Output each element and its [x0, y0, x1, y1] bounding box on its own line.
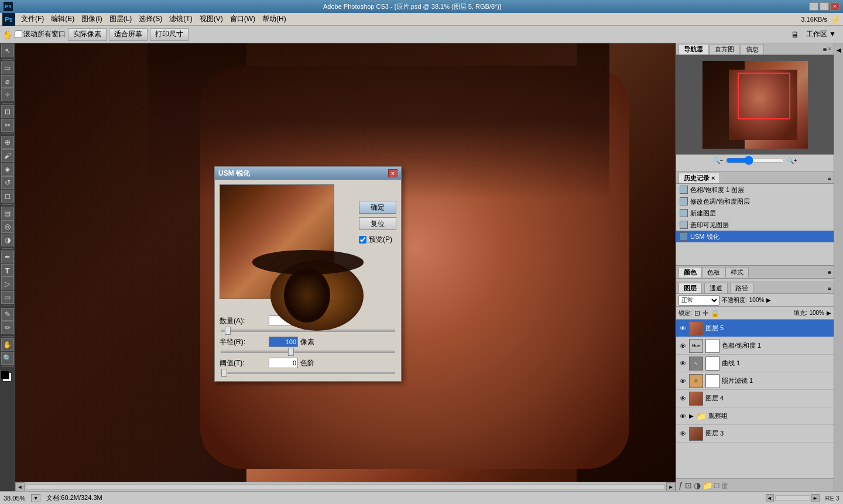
eyedropper-tool[interactable]: ✏: [1, 321, 14, 334]
color-options-button[interactable]: ≡: [828, 269, 831, 276]
clone-tool[interactable]: ◈: [1, 163, 14, 176]
slice-tool[interactable]: ✂: [1, 119, 14, 132]
usm-preview-checkbox[interactable]: [359, 236, 366, 244]
usm-confirm-button[interactable]: 确定: [359, 201, 396, 214]
layer-eye-0[interactable]: 👁: [678, 324, 687, 332]
collapse-button[interactable]: ◀: [835, 46, 842, 54]
canvas-prev-button[interactable]: ◄: [766, 494, 774, 502]
menu-image[interactable]: 图像(I): [78, 13, 105, 25]
layer-item-6[interactable]: 👁 图层 3: [676, 425, 834, 443]
new-adjustment-icon[interactable]: ◑: [694, 481, 701, 490]
usm-close-button[interactable]: ×: [388, 169, 397, 177]
usm-title-bar[interactable]: USM 锐化 ×: [215, 167, 401, 180]
swatches-tab[interactable]: 色板: [702, 267, 725, 277]
scroll-all-checkbox[interactable]: 滚动所有窗口: [15, 29, 66, 39]
scroll-left-button[interactable]: ◄: [15, 482, 25, 492]
layers-options-button[interactable]: ≡: [828, 284, 831, 292]
eraser-tool[interactable]: ◻: [1, 190, 14, 203]
lock-all-icon[interactable]: 🔒: [711, 309, 719, 317]
layer-item-3[interactable]: 👁 ⊙ 照片滤镜 1: [676, 372, 834, 390]
dodge-tool[interactable]: ◑: [1, 234, 14, 246]
navigator-close-button[interactable]: ×: [828, 46, 831, 52]
history-item-3[interactable]: 盖印可见图层: [676, 219, 834, 231]
type-tool[interactable]: T: [1, 264, 14, 277]
layer-eye-3[interactable]: 👁: [678, 377, 687, 385]
hand-tool[interactable]: ✋: [1, 338, 14, 351]
channels-tab[interactable]: 通道: [704, 283, 728, 293]
close-button[interactable]: ×: [830, 2, 839, 11]
canvas-hscroll-thumb-bottom[interactable]: [775, 495, 810, 501]
usm-threshold-slider[interactable]: [221, 372, 395, 374]
fit-screen-button[interactable]: 适合屏幕: [109, 28, 148, 41]
layer-item-0[interactable]: 👁 图层 5: [676, 320, 834, 337]
pen-tool[interactable]: ✒: [1, 251, 14, 263]
canvas-next-button[interactable]: ►: [811, 494, 820, 502]
workspace-button[interactable]: 工作区 ▼: [801, 28, 841, 41]
menu-layer[interactable]: 图层(L): [106, 13, 136, 25]
history-item-1[interactable]: 修改色调/饱和度图层: [676, 196, 834, 207]
healing-tool[interactable]: ⊕: [1, 136, 14, 149]
zoom-in-icon[interactable]: 🔍+: [787, 157, 797, 164]
color-tab[interactable]: 颜色: [678, 267, 702, 277]
usm-radius-slider[interactable]: [221, 351, 395, 353]
fg-color-swatch[interactable]: [0, 370, 9, 379]
delete-layer-icon[interactable]: 🗑: [721, 481, 729, 490]
new-layer-icon[interactable]: □: [714, 481, 719, 490]
crop-tool[interactable]: ⊡: [1, 105, 14, 118]
hscroll-thumb[interactable]: [26, 484, 665, 490]
brush-tool[interactable]: 🖌: [1, 149, 14, 162]
color-swatches[interactable]: [0, 370, 15, 385]
layers-tab[interactable]: 图层: [678, 283, 702, 293]
canvas-hscrollbar[interactable]: ◄ ►: [15, 482, 676, 491]
layer-eye-2[interactable]: 👁: [678, 359, 687, 368]
actual-pixels-button[interactable]: 实际像素: [68, 28, 107, 41]
info-tab[interactable]: 信息: [741, 44, 764, 54]
history-options-button[interactable]: ≡: [828, 174, 831, 181]
menu-window[interactable]: 窗口(W): [227, 13, 259, 25]
navigator-options-button[interactable]: ≡: [823, 46, 827, 53]
menu-file[interactable]: 文件(F): [18, 13, 47, 25]
history-tab[interactable]: 历史记录 ×: [678, 173, 720, 183]
styles-tab[interactable]: 样式: [725, 267, 749, 277]
histogram-tab[interactable]: 直方图: [710, 44, 739, 54]
shape-tool[interactable]: ▭: [1, 291, 14, 304]
layer-item-5[interactable]: 👁 ▶ 📁 观察组: [676, 407, 834, 425]
magic-wand-tool[interactable]: ✧: [1, 88, 14, 101]
add-style-icon[interactable]: ƒ: [678, 481, 683, 490]
scroll-right-button[interactable]: ►: [666, 482, 676, 492]
lock-pixels-icon[interactable]: ⊡: [694, 309, 700, 317]
maximize-button[interactable]: □: [820, 2, 829, 11]
layer-eye-1[interactable]: 👁: [678, 342, 687, 350]
opacity-arrow[interactable]: ▶: [766, 297, 771, 303]
status-zoom-btn[interactable]: ▼: [31, 494, 40, 502]
history-item-2[interactable]: 新建图层: [676, 207, 834, 219]
blur-tool[interactable]: ◎: [1, 220, 14, 233]
new-group-icon[interactable]: 📁: [702, 481, 712, 490]
notes-tool[interactable]: ✎: [1, 308, 14, 321]
marquee-tool[interactable]: ▭: [1, 61, 14, 74]
paths-tab[interactable]: 路径: [730, 283, 753, 293]
layer-item-2[interactable]: 👁 ∿ 曲线 1: [676, 355, 834, 372]
layer-expand-arrow-5[interactable]: ▶: [689, 413, 694, 419]
fill-arrow[interactable]: ▶: [827, 310, 831, 316]
layer-item-4[interactable]: 👁 图层 4: [676, 390, 834, 407]
navigator-tab[interactable]: 导航器: [678, 44, 708, 54]
lasso-tool[interactable]: ⌀: [1, 75, 14, 88]
lock-position-icon[interactable]: ✛: [702, 309, 708, 317]
usm-radius-input[interactable]: [269, 337, 298, 347]
usm-threshold-input[interactable]: [269, 358, 298, 368]
layer-eye-5[interactable]: 👁: [678, 412, 687, 420]
zoom-out-icon[interactable]: 🔍−: [713, 157, 724, 164]
gradient-tool[interactable]: ▤: [1, 207, 14, 220]
usm-reset-button[interactable]: 复位: [359, 217, 396, 230]
menu-filter[interactable]: 滤镜(T): [166, 13, 196, 25]
move-tool[interactable]: ↖: [1, 44, 14, 57]
path-select-tool[interactable]: ▷: [1, 277, 14, 290]
zoom-slider[interactable]: [726, 156, 784, 165]
history-item-0[interactable]: 色相/饱和度 1 图层: [676, 184, 834, 196]
menu-edit[interactable]: 编辑(E): [47, 13, 78, 25]
layer-eye-6[interactable]: 👁: [678, 430, 687, 438]
zoom-tool[interactable]: 🔍: [1, 352, 14, 365]
menu-help[interactable]: 帮助(H): [259, 13, 290, 25]
menu-view[interactable]: 视图(V): [196, 13, 227, 25]
